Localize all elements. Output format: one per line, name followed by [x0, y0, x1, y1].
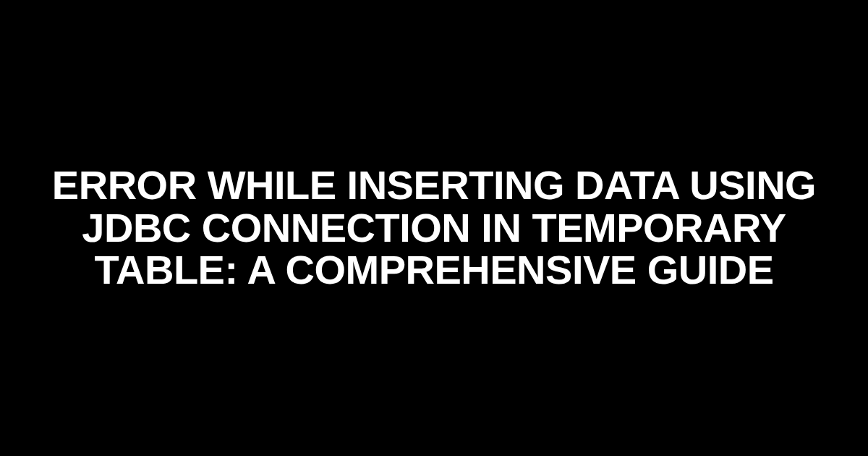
page-title: ERROR WHILE INSERTING DATA USING JDBC CO…: [0, 164, 868, 292]
